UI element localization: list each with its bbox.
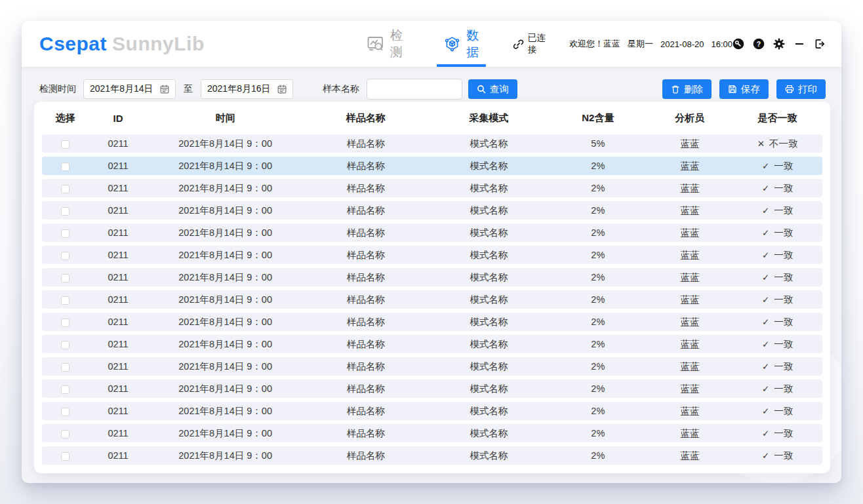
appbar-icons: ? xyxy=(733,38,826,50)
date-from-input[interactable]: 2021年8月14日 xyxy=(83,79,176,99)
row-id: 0211 xyxy=(89,317,147,327)
row-checkbox[interactable] xyxy=(61,341,70,349)
row-id: 0211 xyxy=(89,272,147,282)
column-header: 选择 xyxy=(42,112,89,125)
row-match-cell: ✓ 一致 xyxy=(733,405,822,417)
date-from-value: 2021年8月14日 xyxy=(90,83,153,95)
check-icon: ✓ xyxy=(762,272,769,282)
logout-icon[interactable] xyxy=(814,38,826,50)
table-row[interactable]: 0211 2021年8月14日 9：00 样品名称 模式名称 2% 蓝蓝 ✓ 一… xyxy=(42,402,822,420)
table-row[interactable]: 0211 2021年8月14日 9：00 样品名称 模式名称 2% 蓝蓝 ✓ 一… xyxy=(42,179,822,197)
table-row[interactable]: 0211 2021年8月14日 9：00 样品名称 模式名称 2% 蓝蓝 ✓ 一… xyxy=(42,223,822,242)
wrench-icon[interactable] xyxy=(733,38,744,50)
table-row[interactable]: 0211 2021年8月14日 9：00 样品名称 模式名称 2% 蓝蓝 ✓ 一… xyxy=(42,201,822,220)
row-n2-content: 2% xyxy=(549,317,647,327)
calendar-icon xyxy=(160,85,169,94)
row-time: 2021年8月14日 9：00 xyxy=(148,227,304,239)
table-row[interactable]: 0211 2021年8月14日 9：00 样品名称 模式名称 2% 蓝蓝 ✓ 一… xyxy=(42,335,822,353)
row-id: 0211 xyxy=(89,227,147,238)
row-sample-name: 样品名称 xyxy=(304,405,428,417)
row-match-cell: ✓ 一致 xyxy=(733,427,822,440)
column-header: 时间 xyxy=(148,112,304,125)
row-analyst: 蓝蓝 xyxy=(647,360,733,373)
table-row[interactable]: 0211 2021年8月14日 9：00 样品名称 模式名称 2% 蓝蓝 ✓ 一… xyxy=(42,157,822,175)
row-match-cell: ✓ 一致 xyxy=(733,316,822,328)
row-n2-content: 5% xyxy=(549,138,647,149)
minimize-icon[interactable] xyxy=(793,38,805,50)
row-match-label: 一致 xyxy=(774,271,793,284)
row-checkbox[interactable] xyxy=(61,363,70,372)
row-n2-content: 2% xyxy=(549,183,647,193)
table-row[interactable]: 0211 2021年8月14日 9：00 样品名称 模式名称 2% 蓝蓝 ✓ 一… xyxy=(42,268,822,286)
printer-icon xyxy=(785,85,794,94)
row-checkbox[interactable] xyxy=(61,140,70,149)
table-row[interactable]: 0211 2021年8月14日 9：00 样品名称 模式名称 2% 蓝蓝 ✓ 一… xyxy=(42,313,822,331)
row-checkbox[interactable] xyxy=(61,452,70,461)
tab-data-label: 数据 xyxy=(466,27,479,61)
tab-detection-label: 检测 xyxy=(390,27,403,61)
row-collection-mode: 模式名称 xyxy=(428,160,549,172)
query-button[interactable]: 查询 xyxy=(468,79,517,99)
row-match-label: 一致 xyxy=(774,450,793,462)
row-analyst: 蓝蓝 xyxy=(647,338,733,351)
check-icon: ✓ xyxy=(762,317,769,327)
help-icon[interactable]: ? xyxy=(753,38,765,50)
table-row[interactable]: 0211 2021年8月14日 9：00 样品名称 模式名称 2% 蓝蓝 ✓ 一… xyxy=(42,290,822,309)
row-checkbox[interactable] xyxy=(61,163,70,171)
row-checkbox[interactable] xyxy=(61,185,70,193)
print-button[interactable]: 打印 xyxy=(776,79,826,99)
table-row[interactable]: 0211 2021年8月14日 9：00 样品名称 模式名称 2% 蓝蓝 ✓ 一… xyxy=(42,246,822,264)
save-icon xyxy=(728,85,737,94)
row-checkbox[interactable] xyxy=(61,207,70,216)
table-row[interactable]: 0211 2021年8月14日 9：00 样品名称 模式名称 5% 蓝蓝 ✕ 不… xyxy=(42,134,822,153)
table-row[interactable]: 0211 2021年8月14日 9：00 样品名称 模式名称 2% 蓝蓝 ✓ 一… xyxy=(42,424,822,442)
sample-name-input[interactable] xyxy=(367,79,462,100)
row-sample-name: 样品名称 xyxy=(304,138,428,150)
welcome-text: 欢迎您！蓝蓝 xyxy=(569,38,620,50)
row-checkbox[interactable] xyxy=(61,408,70,416)
main-nav: 检测 数据 xyxy=(363,21,483,67)
row-checkbox[interactable] xyxy=(61,252,70,260)
check-icon: ✓ xyxy=(762,361,769,372)
row-match-cell: ✓ 一致 xyxy=(733,383,822,395)
trash-icon xyxy=(671,85,680,94)
table-row[interactable]: 0211 2021年8月14日 9：00 样品名称 模式名称 2% 蓝蓝 ✓ 一… xyxy=(42,446,822,465)
table-body: 0211 2021年8月14日 9：00 样品名称 模式名称 5% 蓝蓝 ✕ 不… xyxy=(42,134,822,465)
row-match-cell: ✓ 一致 xyxy=(733,227,822,239)
delete-button[interactable]: 删除 xyxy=(662,79,712,99)
row-sample-name: 样品名称 xyxy=(304,249,428,262)
row-id: 0211 xyxy=(89,250,147,260)
row-id: 0211 xyxy=(89,183,147,193)
row-time: 2021年8月14日 9：00 xyxy=(148,160,304,172)
row-checkbox[interactable] xyxy=(61,296,70,305)
row-time: 2021年8月14日 9：00 xyxy=(148,249,304,262)
column-header: ID xyxy=(89,113,147,124)
check-icon: ✓ xyxy=(762,161,769,171)
row-collection-mode: 模式名称 xyxy=(428,182,549,195)
tab-detection[interactable]: 检测 xyxy=(363,21,407,67)
table-header-row: 选择ID时间样品名称采集模式N2含量分析员是否一致 xyxy=(42,102,822,134)
row-checkbox[interactable] xyxy=(61,229,70,238)
column-header: 样品名称 xyxy=(304,112,428,125)
row-checkbox[interactable] xyxy=(61,385,70,394)
row-n2-content: 2% xyxy=(549,294,647,305)
table-row[interactable]: 0211 2021年8月14日 9：00 样品名称 模式名称 2% 蓝蓝 ✓ 一… xyxy=(42,357,822,376)
table-row[interactable]: 0211 2021年8月14日 9：00 样品名称 模式名称 2% 蓝蓝 ✓ 一… xyxy=(42,379,822,398)
row-checkbox[interactable] xyxy=(61,319,70,327)
settings-icon[interactable] xyxy=(773,38,785,50)
brand-name: Csepat xyxy=(39,33,107,54)
app-logo: CsepatSunnyLib xyxy=(39,33,205,55)
time-text: 16:00 xyxy=(711,39,733,49)
date-to-input[interactable]: 2021年8月16日 xyxy=(201,79,293,99)
row-match-label: 一致 xyxy=(774,405,793,417)
save-button[interactable]: 保存 xyxy=(719,79,769,99)
row-checkbox[interactable] xyxy=(61,274,70,282)
welcome-area: 欢迎您！蓝蓝 星期一 2021-08-20 16:00 xyxy=(569,38,733,50)
row-match-label: 一致 xyxy=(774,294,793,306)
row-n2-content: 2% xyxy=(549,406,647,416)
row-time: 2021年8月14日 9：00 xyxy=(148,383,304,395)
tab-data[interactable]: 数据 xyxy=(439,21,483,67)
row-match-cell: ✓ 一致 xyxy=(733,249,822,262)
row-analyst: 蓝蓝 xyxy=(647,450,733,462)
row-checkbox[interactable] xyxy=(61,430,70,438)
